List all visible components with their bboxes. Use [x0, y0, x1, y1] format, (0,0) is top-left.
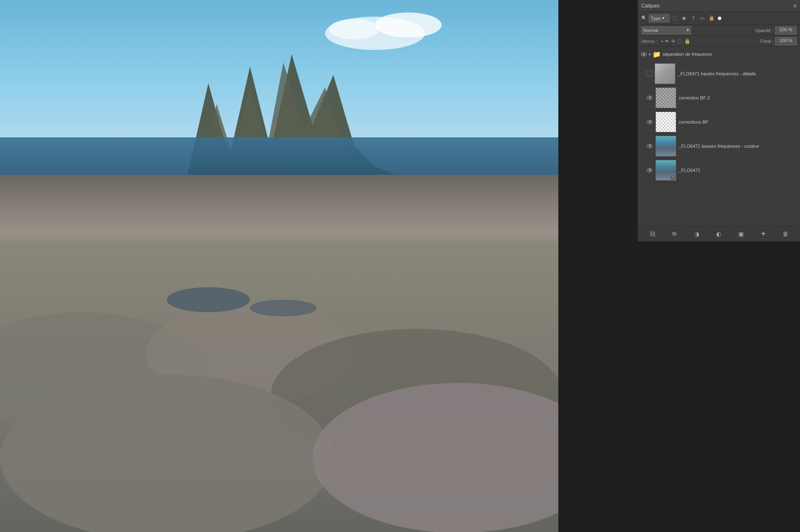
search-type-dropdown[interactable]: Type ▾	[649, 14, 670, 22]
layer-thumbnail	[655, 63, 675, 84]
filter-icons: ⬛ ◉ T ▭ 🔒	[671, 15, 721, 22]
layer-name: corrections BF	[679, 119, 798, 124]
eye-button[interactable]	[646, 94, 653, 101]
layer-name: _FLO6471 basses fréquences - couleur	[679, 144, 798, 149]
opacity-value[interactable]: 100 %	[775, 26, 797, 35]
layer-badge: ⛓	[670, 175, 675, 180]
adjustment-filter-icon[interactable]: ◉	[680, 15, 688, 22]
folder-icon: 📁	[652, 50, 661, 58]
layer-thumbnail: ⛓	[655, 160, 676, 181]
lock-row: Verrou : ▪ ✒ ✛ ⬚ 🔒 Fond : 100 %	[638, 36, 800, 47]
svg-point-3	[329, 19, 379, 40]
layer-name: _FLO6471 hautes fréquences - détails	[678, 71, 798, 76]
lock-filter-icon[interactable]: 🔒	[708, 15, 715, 22]
layer-item[interactable]: _FLO6471 hautes fréquences - détails	[638, 62, 800, 86]
eye-icon	[647, 144, 652, 148]
create-group-button[interactable]: ▣	[736, 229, 746, 239]
group-name: séparation de fréquence	[662, 52, 798, 57]
blend-mode-select[interactable]: Normal ▾	[641, 26, 691, 35]
canvas-svg	[0, 0, 558, 532]
lock-artboard-icon[interactable]: ⬚	[678, 38, 682, 44]
layer-thumbnail	[655, 87, 676, 108]
layer-item[interactable]: correction BF 2	[638, 86, 800, 110]
image-filter-icon[interactable]: ⬛	[671, 15, 679, 22]
add-adjustment-button[interactable]: ◐	[714, 229, 724, 239]
layer-thumbnail	[655, 136, 676, 157]
lock-all-icon[interactable]: 🔒	[684, 38, 690, 44]
canvas-area	[0, 0, 558, 532]
layer-thumbnail	[655, 112, 676, 132]
layer-group[interactable]: ▾ 📁 séparation de fréquence	[638, 47, 800, 62]
group-arrow[interactable]: ▾	[649, 52, 651, 57]
lock-brush-icon[interactable]: ✒	[665, 38, 669, 44]
eye-button-group[interactable]	[640, 51, 647, 57]
lock-pixels-icon[interactable]: ▪	[661, 38, 663, 44]
lock-move-icon[interactable]: ✛	[671, 38, 675, 44]
thumbnail-gray	[655, 64, 675, 84]
thumbnail-photo	[656, 136, 676, 156]
search-icon: 🔍	[641, 15, 647, 21]
layers-panel: Calques ≡ 🔍 Type ▾ ⬛ ◉ T ▭ 🔒 Normal ▾ Op…	[638, 0, 800, 241]
eye-icon-group	[641, 52, 647, 56]
layers-list[interactable]: ▾ 📁 séparation de fréquence _FLO6471 hau…	[638, 47, 800, 226]
fill-section: Fond : 100 %	[760, 37, 797, 45]
svg-point-14	[167, 287, 250, 312]
eye-button[interactable]	[646, 143, 653, 149]
panel-title: Calques	[641, 3, 660, 9]
add-mask-button[interactable]: ◑	[692, 229, 702, 239]
delete-layer-button[interactable]: 🗑	[780, 229, 790, 239]
search-bar: 🔍 Type ▾ ⬛ ◉ T ▭ 🔒	[638, 12, 800, 25]
blend-mode-row: Normal ▾ Opacité : 100 %	[638, 25, 800, 36]
eye-icon	[647, 96, 652, 100]
filter-active-dot	[718, 17, 721, 20]
create-layer-button[interactable]: +	[758, 229, 768, 239]
panel-footer: ⛓ fx ◑ ◐ ▣ + 🗑	[638, 226, 800, 241]
layer-item[interactable]: _FLO6471 basses fréquences - couleur	[638, 134, 800, 158]
panel-menu-icon[interactable]: ≡	[793, 2, 797, 9]
eye-icon	[647, 168, 652, 172]
canvas-image	[0, 0, 558, 532]
thumbnail-checker	[656, 88, 676, 108]
layer-name: _FLO6471	[679, 168, 798, 173]
eye-button[interactable]	[646, 119, 653, 125]
svg-point-2	[375, 12, 442, 37]
layer-item[interactable]: corrections BF	[638, 110, 800, 134]
text-filter-icon[interactable]: T	[690, 15, 697, 22]
panel-header: Calques ≡	[638, 0, 800, 12]
layer-item[interactable]: ⛓ _FLO6471	[638, 158, 800, 182]
eye-icon	[647, 120, 652, 124]
shape-filter-icon[interactable]: ▭	[699, 15, 706, 22]
thumbnail-checker-light	[656, 112, 676, 132]
opacity-section: Opacité : 100 %	[755, 26, 797, 35]
eye-button[interactable]	[646, 167, 653, 174]
fill-value[interactable]: 100 %	[775, 37, 797, 45]
add-layer-style-button[interactable]: fx	[670, 229, 680, 239]
svg-point-15	[250, 300, 317, 316]
link-layers-button[interactable]: ⛓	[648, 229, 658, 239]
layer-name: correction BF 2	[679, 95, 798, 100]
layer-visibility-checkbox[interactable]	[646, 71, 652, 77]
